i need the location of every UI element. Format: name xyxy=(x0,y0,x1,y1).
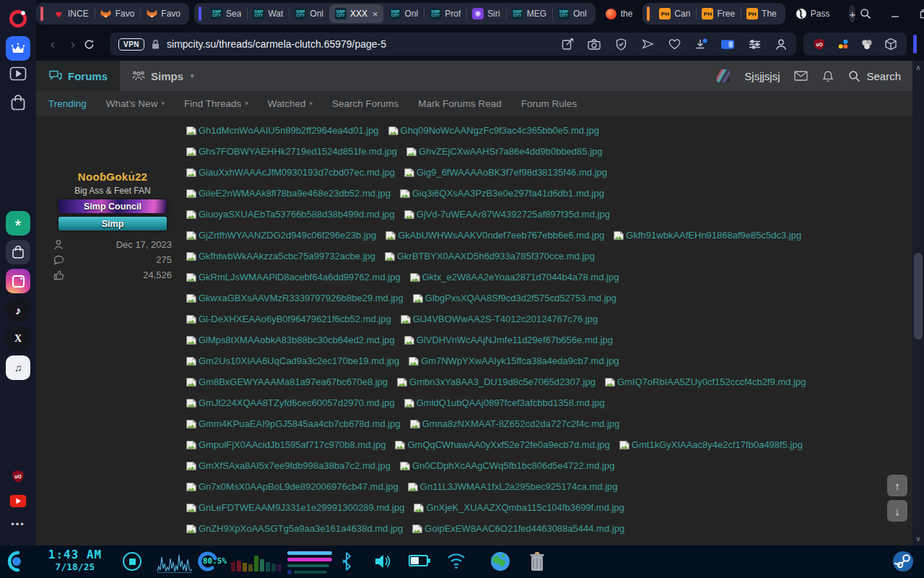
extensions-cube-icon[interactable] xyxy=(884,38,897,51)
image-link[interactable]: Gl-DeXHXEAAo6yB0f96479621f6cb52.md.jpg xyxy=(186,314,391,324)
browser-tab[interactable]: SIMPCITYWat xyxy=(248,4,288,23)
sidebar-chatgpt-icon[interactable]: * xyxy=(6,211,30,236)
image-link[interactable]: GjVd-7uWEAAr87W4392725af897f35d.md.jpg xyxy=(404,209,610,220)
sidebar-instagram-icon[interactable] xyxy=(6,269,30,293)
sidebar-youtube-icon[interactable] xyxy=(10,495,27,507)
tab-close-icon[interactable]: × xyxy=(372,9,378,20)
profile-icon[interactable] xyxy=(775,38,788,51)
image-link[interactable]: GiIeE2nWMAAk8fl78ba9e468e23db52.md.jpg xyxy=(186,188,391,199)
browser-tab[interactable]: ♥INCE xyxy=(48,4,94,23)
browser-tab[interactable]: SIMPCITYMEG xyxy=(507,4,552,23)
image-link[interactable]: Gktx_e2W8AA2eYoaa2871d7044b4a78.md.jpg xyxy=(410,272,619,282)
globe-icon[interactable] xyxy=(489,551,511,572)
image-link[interactable]: Gh1dMcnWoAAIU5n89b2ff2964ea4d01.jpg xyxy=(186,125,379,136)
image-link[interactable]: GiuoyaSXUAEbTa53766b588d38b499d.md.jpg xyxy=(186,209,395,220)
sidebar-crown-speeddial-icon[interactable] xyxy=(6,36,30,61)
gray-dots-icon[interactable] xyxy=(860,38,873,51)
volume-icon[interactable] xyxy=(374,552,393,571)
image-link[interactable]: Gmt1kGyXIAAac8y4e2cf17fb0a498f5.jpg xyxy=(619,439,803,450)
image-link[interactable]: GoipExEW8AAC6O21fed4463088a5444.md.jpg xyxy=(412,523,624,534)
browser-tab[interactable]: PHCan xyxy=(654,4,695,23)
page-scrollbar[interactable]: ∧ ∨ xyxy=(912,61,924,545)
nav-trending[interactable]: Trending xyxy=(48,98,87,109)
image-link[interactable]: Gmna8zNXMAAT-8Z652cd2da727c2f4c.md.jpg xyxy=(410,418,620,429)
image-link[interactable]: Gn0CDphXcAAgCWq5fb1bc806d5e4722.md.jpg xyxy=(400,460,614,471)
image-link[interactable]: GlMps8tXMAAobkA83b88bc30cb64ed2.md.jpg xyxy=(186,335,395,345)
browser-tab[interactable]: PHThe xyxy=(741,4,782,23)
browser-tab[interactable]: SIMPCITYOnl xyxy=(385,4,424,23)
image-link[interactable]: GiauXxhWAAAcJfM0930193d7cbd07ec.md.jpg xyxy=(186,167,395,178)
tab-forums[interactable]: Forums xyxy=(36,61,120,91)
compose-icon[interactable] xyxy=(561,38,574,51)
lock-icon[interactable] xyxy=(151,39,160,50)
image-link[interactable]: Gig9_6fWAAAAoBK3f7ef98d38135f46.md.jpg xyxy=(404,167,607,178)
image-link[interactable]: GkrBTBYX0AAXD5h6d933a785f370cce.md.jpg xyxy=(385,251,595,262)
image-link[interactable]: Gm2Us10XIAA6UqCad9a3c2ec170be19.md.jpg xyxy=(186,355,399,366)
image-link[interactable]: Giq3i6QXsAA3PzB3e0e297fa41d6db1.md.jpg xyxy=(400,188,604,199)
inbox-icon[interactable] xyxy=(794,71,808,81)
tab-simps[interactable]: Simps ▾ xyxy=(120,61,206,91)
image-link[interactable]: GnZH9XpXoAASGTg5a9aa3e161a4638d.md.jpg xyxy=(186,523,403,534)
new-tab-button[interactable]: + xyxy=(849,5,855,22)
scroll-to-top-button[interactable]: ↑ xyxy=(887,475,907,496)
image-link[interactable]: Gkfh91wbkAAfEHn91868af9e85c5dc3.jpg xyxy=(614,230,801,241)
image-link[interactable]: GmQqCWhawAA0yXxf52e72fe0a9ecb7d.md.jpg xyxy=(395,439,609,450)
steam-icon[interactable] xyxy=(892,551,914,572)
stop-button-icon[interactable] xyxy=(123,552,141,571)
browser-tab[interactable]: PHFree xyxy=(697,4,740,23)
maximize-button[interactable] xyxy=(919,8,924,20)
sidebar-shopping-bag-icon[interactable] xyxy=(10,94,26,111)
image-link[interactable]: GmJt224XQAA8TZyfd6cec60057d2970.md.jpg xyxy=(186,397,395,408)
battery-icon[interactable] xyxy=(409,555,428,566)
ublock-origin-icon[interactable]: uO xyxy=(813,38,826,51)
nav-forum-rules[interactable]: Forum Rules xyxy=(521,98,577,109)
image-link[interactable]: Gn11L3JWMAA1fxL2a295bec925174ca.md.jpg xyxy=(408,481,618,492)
image-link[interactable]: GmXfSAxa8AI5x7ee9fdb998a38ba7c2.md.jpg xyxy=(186,460,391,471)
alerts-bell-icon[interactable] xyxy=(822,70,834,82)
image-link[interactable]: Ghq09NoWcAANgzFc9f3ac4c365bb0e5.md.jpg xyxy=(388,125,599,136)
browser-tab[interactable]: the xyxy=(601,4,638,23)
image-link[interactable]: GmldQ1ubQAAj0897fcef3afcbbd1358.md.jpg xyxy=(404,397,605,408)
download-icon[interactable] xyxy=(694,38,707,51)
browser-tab[interactable]: SIMPCITYProf xyxy=(424,4,466,23)
trash-icon[interactable] xyxy=(527,551,547,572)
image-link[interactable]: GhvZEjCXwAAHSr7a86e4dd9b0bbed85.jpg xyxy=(406,146,602,157)
taskbar-clock[interactable]: 1:43 AM 7/18/25 xyxy=(40,548,110,572)
color-dots-icon[interactable] xyxy=(837,38,850,51)
vpn-badge[interactable]: VPN xyxy=(118,38,144,51)
camera-icon[interactable] xyxy=(588,38,601,51)
sidebar-video-popout-icon[interactable] xyxy=(9,66,27,81)
send-icon[interactable] xyxy=(641,38,654,51)
tab-search-button[interactable] xyxy=(860,8,871,20)
browser-tab[interactable]: Favo xyxy=(95,4,140,23)
sidebar-more-dots-icon[interactable]: ••• xyxy=(11,517,25,530)
url-text[interactable]: simpcity.su/threads/carmela-clutch.65979… xyxy=(167,38,386,50)
scrollbar-thumb[interactable] xyxy=(914,253,923,340)
image-link[interactable]: GmIQ7oRbIAA5ZUy0cf152cccf4cb2f9.md.jpg xyxy=(605,376,806,387)
nav-find-threads[interactable]: Find Threads▾ xyxy=(184,98,248,109)
shield-check-icon[interactable] xyxy=(614,38,627,51)
nav-watched[interactable]: Watched▾ xyxy=(268,98,313,109)
forward-button[interactable]: › xyxy=(64,36,82,52)
image-link[interactable]: GkfhtwbWkAAkzza5cbc75a99732acbe.jpg xyxy=(186,251,375,262)
image-link[interactable]: GkAbUWHWsAAKV0ndef7eeb767ebb6e6.md.jpg xyxy=(385,230,604,241)
scroll-to-bottom-button[interactable]: ↓ xyxy=(887,500,907,522)
scrollbar-down-arrow[interactable]: ∨ xyxy=(912,535,924,543)
sidebar-tiktok-icon[interactable]: ♪ xyxy=(6,298,30,322)
author-username[interactable]: NooɓǤoku̇22 xyxy=(53,171,172,183)
reader-mode-icon[interactable] xyxy=(721,38,734,51)
image-link[interactable]: Gmbn3xYa8AA3_DU19d8c5e7065d2307.jpg xyxy=(397,376,596,387)
browser-tab[interactable]: Siri xyxy=(467,4,505,23)
image-link[interactable]: GlVDHVnWcAAjNJmfe11d29ef67b656e.md.jpg xyxy=(404,335,613,345)
tab-group-color-bar[interactable] xyxy=(40,7,43,21)
heart-outline-icon[interactable] xyxy=(668,38,681,51)
sidebar-x-twitter-icon[interactable]: X xyxy=(6,327,30,351)
tab-group-color-bar[interactable] xyxy=(199,7,201,21)
sidebar-opera-gx-logo-icon[interactable] xyxy=(8,8,28,30)
image-link[interactable]: Gmm4KPuaEAI9pGJ5845aa4cb7cb678d.md.jpg xyxy=(186,418,401,429)
back-button[interactable]: ‹ xyxy=(43,36,62,52)
browser-tab[interactable]: SIMPCITYOnl xyxy=(289,4,328,23)
sidebar-apple-music-icon[interactable]: ♫ xyxy=(6,355,30,380)
sidebar-ublock-origin-icon[interactable]: uO xyxy=(12,470,25,483)
image-link[interactable]: Gn7x0MsX0AApBoL9de892006976cb47.md.jpg xyxy=(186,481,398,492)
